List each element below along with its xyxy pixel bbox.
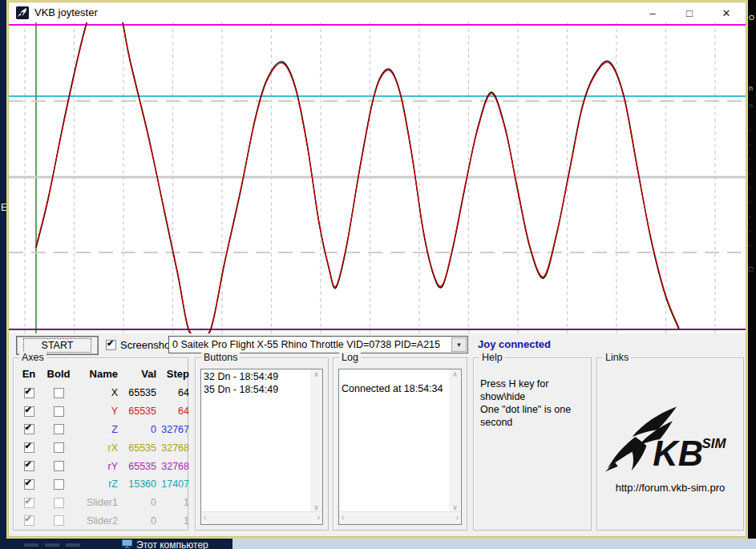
axis-value: 65535 — [118, 461, 156, 472]
device-dropdown[interactable]: 0 Saitek Pro Flight X-55 Rhino Throttle … — [168, 336, 468, 353]
bold-checkbox[interactable] — [54, 424, 64, 434]
scroll-down-icon[interactable]: ∨ — [449, 503, 461, 511]
axis-step: 32768 — [156, 442, 189, 454]
axis-value: 15360 — [118, 478, 156, 490]
axis-step: 64 — [156, 406, 189, 417]
axis-step: 32768 — [156, 461, 189, 472]
axis-name: rX — [75, 442, 118, 454]
axis-name: Slider2 — [75, 515, 118, 527]
axis-value: 0 — [118, 424, 156, 435]
en-checkbox[interactable] — [24, 461, 34, 471]
dropdown-arrow-icon[interactable]: ▼ — [451, 337, 467, 352]
axes-row: Slider101 — [15, 494, 186, 512]
axis-value: 0 — [118, 515, 156, 527]
en-checkbox[interactable] — [24, 424, 34, 434]
axis-name: rZ — [75, 478, 118, 490]
axis-graph — [9, 22, 746, 333]
axes-row: Y6553564 — [15, 402, 186, 421]
bold-checkbox-cell — [42, 442, 75, 453]
bold-checkbox — [54, 515, 64, 526]
vkb-joytester-window: VKB joytester – □ ✕ START Screenshoot 0 … — [6, 0, 748, 539]
buttons-list: 32 Dn - 18:54:4935 Dn - 18:54:49 — [204, 370, 309, 511]
bold-checkbox[interactable] — [54, 406, 64, 417]
en-checkbox-cell — [15, 424, 42, 434]
en-checkbox[interactable] — [24, 479, 34, 490]
axis-value: 65535 — [118, 387, 156, 398]
en-checkbox — [24, 498, 34, 508]
axes-header-val: Val — [118, 368, 156, 382]
axes-groupbox-title: Axes — [19, 352, 46, 363]
en-checkbox[interactable] — [24, 388, 34, 398]
axis-name: X — [75, 387, 118, 398]
desktop-glyph: ∙ — [749, 155, 751, 163]
desktop-glyph: ∙ — [749, 199, 751, 206]
log-vscrollbar[interactable]: ∧ ∨ — [449, 369, 461, 512]
scroll-down-icon[interactable]: ∨ — [310, 503, 322, 511]
buttons-groupbox-title: Buttons — [201, 352, 240, 363]
vkb-sim-logo: KB SIM — [604, 405, 738, 480]
scroll-up-icon[interactable]: ∧ — [310, 370, 322, 378]
buttons-listbox[interactable]: 32 Dn - 18:54:4935 Dn - 18:54:49 ∧ ∨ ‹ › — [200, 369, 323, 525]
desktop-glyph: ∙ — [749, 127, 751, 134]
scroll-left-icon[interactable]: ‹ — [204, 513, 206, 522]
bold-checkbox — [54, 498, 64, 508]
log-hscrollbar[interactable]: ‹ › — [339, 511, 461, 524]
bold-checkbox-cell — [42, 498, 75, 508]
axis-value: 65535 — [118, 406, 156, 417]
bold-checkbox[interactable] — [54, 388, 64, 398]
minimize-button[interactable]: – — [634, 2, 671, 24]
taskbar-item-computer[interactable]: Этот компьютер — [122, 539, 208, 549]
buttons-groupbox: Buttons 32 Dn - 18:54:4935 Dn - 18:54:49… — [195, 357, 329, 531]
axis-value: 65535 — [118, 442, 156, 454]
scroll-right-icon[interactable]: › — [456, 513, 459, 522]
close-button[interactable]: ✕ — [708, 2, 745, 24]
axis-step: 1 — [156, 515, 189, 527]
axes-groupbox: Axes En Bold Name Val Step X6553564Y6553… — [13, 357, 188, 531]
axes-row: rY6553532768 — [15, 457, 186, 475]
bold-checkbox-cell — [42, 461, 75, 471]
axes-header-name: Name — [75, 368, 118, 382]
log-item[interactable]: Connected at 18:54:34 — [342, 382, 448, 395]
vkb-app-icon — [16, 6, 29, 19]
screenshot-checkbox[interactable] — [106, 340, 116, 350]
bold-checkbox[interactable] — [54, 442, 64, 453]
axis-step: 32767 — [156, 424, 189, 435]
maximize-button[interactable]: □ — [671, 2, 708, 24]
help-groupbox-title: Help — [479, 352, 505, 363]
desktop-glyph: ∙ — [749, 213, 751, 220]
bold-checkbox-cell — [42, 515, 75, 526]
taskbar-light-segment — [232, 539, 756, 549]
desktop-glyph: ∙ — [749, 242, 751, 249]
desktop-glyph: ∙ — [749, 184, 751, 192]
device-dropdown-value: 0 Saitek Pro Flight X-55 Rhino Throttle … — [172, 339, 440, 350]
taskbar-item-label: Этот компьютер — [136, 539, 208, 549]
axes-row: X6553564 — [15, 384, 186, 402]
axes-rows: X6553564Y6553564Z032767rX6553532768rY655… — [15, 384, 186, 530]
scroll-left-icon[interactable]: ‹ — [342, 513, 344, 522]
scroll-up-icon[interactable]: ∧ — [449, 370, 461, 378]
button-event-item[interactable]: 32 Dn - 18:54:49 — [204, 370, 309, 383]
help-text: Press H key for show\hide One "dot line"… — [480, 377, 591, 429]
en-checkbox-cell — [15, 479, 42, 490]
scroll-right-icon[interactable]: › — [317, 513, 320, 522]
log-groupbox-title: Log — [339, 352, 361, 363]
bold-checkbox[interactable] — [54, 461, 64, 471]
desktop-glyph: ○ — [749, 103, 753, 110]
forum-url-link[interactable]: http://forum.vkb-sim.pro — [597, 482, 743, 494]
axis-step: 64 — [156, 387, 189, 398]
axis-name: Slider1 — [75, 497, 118, 508]
start-button-label: START — [23, 338, 92, 353]
log-listbox[interactable]: Connected at 18:54:34 ∧ ∨ ‹ › — [338, 369, 462, 525]
bold-checkbox[interactable] — [54, 479, 64, 490]
buttons-vscrollbar[interactable]: ∧ ∨ — [310, 369, 322, 512]
en-checkbox[interactable] — [24, 442, 34, 453]
desktop-glyph: □ — [749, 266, 753, 273]
bold-checkbox-cell — [42, 479, 75, 490]
button-event-item[interactable]: 35 Dn - 18:54:49 — [204, 383, 309, 396]
desktop-glyph: O — [749, 14, 754, 22]
en-checkbox[interactable] — [24, 406, 34, 417]
axis-value: 0 — [118, 497, 156, 508]
buttons-hscrollbar[interactable]: ‹ › — [201, 511, 322, 524]
en-checkbox-cell — [15, 498, 42, 508]
help-line-2: One "dot line" is one second — [480, 403, 591, 429]
